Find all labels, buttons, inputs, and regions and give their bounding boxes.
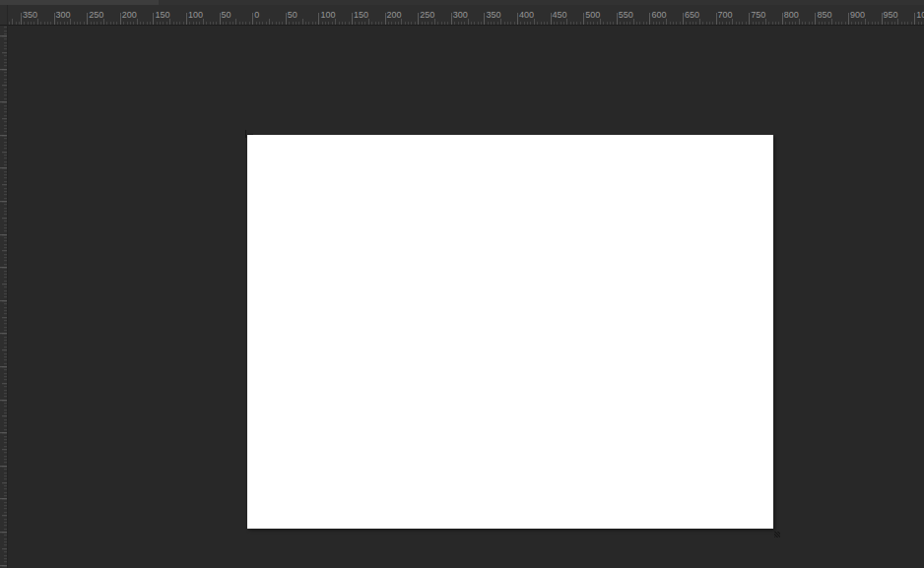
canvas-corner-mark-top-left: [247, 134, 253, 135]
ruler-tick-label: 200: [122, 10, 137, 20]
ruler-tick-label: 500: [585, 10, 600, 20]
ruler-tick-label: 1000: [916, 10, 924, 20]
ruler-tick-label: 400: [519, 10, 534, 20]
ruler-tick-label: 250: [89, 10, 103, 20]
ruler-tick-label: 50: [222, 10, 231, 20]
ruler-tick-label: 950: [884, 10, 898, 20]
ruler-tick-label: 0: [254, 10, 259, 20]
ruler-tick-label: 800: [784, 10, 799, 20]
ruler-tick-label: 150: [354, 10, 368, 20]
ruler-tick-label: 200: [387, 10, 402, 20]
canvas-corner-mark-top-left: [245, 130, 246, 138]
ruler-tick-label: 850: [817, 10, 831, 20]
ruler-tick-label: 750: [751, 10, 765, 20]
ruler-tick-label: 100: [188, 10, 203, 20]
ruler-tick-label: 450: [553, 10, 567, 20]
ruler-tick-label: 900: [850, 10, 865, 20]
document-tab-bar: Untitled-1 @ 66.7% (RGB/8): [0, 0, 924, 5]
ruler-tick-label: 250: [420, 10, 434, 20]
horizontal-ruler[interactable]: 3503002502001501005005010015020025030035…: [8, 5, 924, 26]
ruler-tick-label: 600: [651, 10, 666, 20]
vertical-ruler[interactable]: [0, 26, 8, 568]
ruler-tick-label: 350: [23, 10, 37, 20]
ruler-tick-label: 550: [619, 10, 633, 20]
document-canvas[interactable]: [247, 135, 773, 529]
ruler-tick-label: 300: [453, 10, 468, 20]
ruler-tick-label: 300: [56, 10, 71, 20]
ruler-tick-label: 650: [685, 10, 699, 20]
document-tab[interactable]: Untitled-1 @ 66.7% (RGB/8): [0, 0, 159, 5]
ruler-tick-label: 50: [288, 10, 297, 20]
ruler-tick-label: 700: [718, 10, 733, 20]
ruler-tick-label: 350: [486, 10, 500, 20]
ruler-origin-corner: [0, 5, 8, 26]
canvas-corner-mark-bottom-right: [774, 532, 780, 537]
ruler-tick-label: 100: [320, 10, 335, 20]
ruler-tick-label: 150: [155, 10, 169, 20]
